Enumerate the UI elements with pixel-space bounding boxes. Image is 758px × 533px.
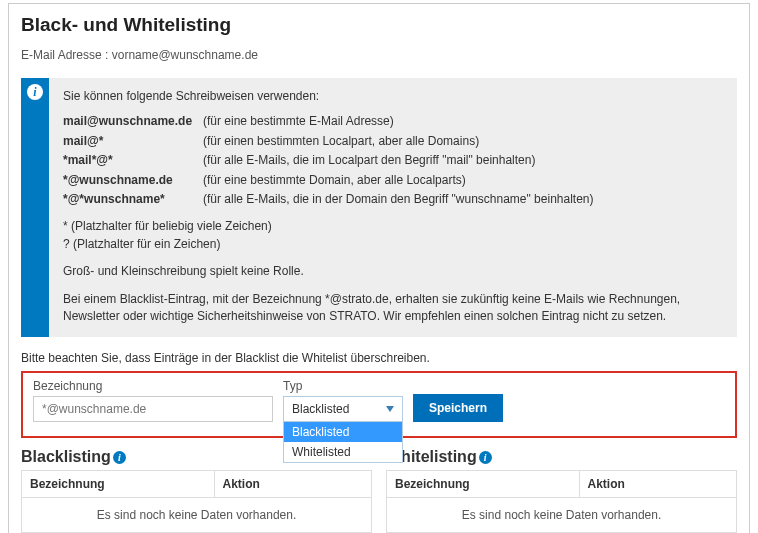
typ-select-display[interactable]: Blacklisted bbox=[283, 396, 403, 422]
typ-option-whitelisted[interactable]: Whitelisted bbox=[284, 442, 402, 462]
info-lead: Sie können folgende Schreibweisen verwen… bbox=[63, 88, 723, 105]
col-bezeichnung: Bezeichnung bbox=[22, 471, 215, 498]
bezeichnung-input[interactable] bbox=[33, 396, 273, 422]
blacklisting-title: Blacklisting bbox=[21, 448, 111, 466]
page-title: Black- und Whitelisting bbox=[21, 14, 737, 36]
email-label: E-Mail Adresse : bbox=[21, 48, 108, 62]
pattern-code: *mail*@* bbox=[63, 152, 203, 169]
info-paragraph: Groß- und Kleinschreibung spielt keine R… bbox=[63, 263, 723, 280]
pattern-code: mail@* bbox=[63, 133, 203, 150]
bezeichnung-field: Bezeichnung bbox=[33, 379, 273, 422]
pattern-list: mail@wunschname.de(für eine bestimmte E-… bbox=[63, 113, 723, 208]
bezeichnung-label: Bezeichnung bbox=[33, 379, 273, 393]
info-box: i Sie können folgende Schreibweisen verw… bbox=[21, 78, 737, 337]
email-value: vorname@wunschname.de bbox=[112, 48, 258, 62]
overwrite-note: Bitte beachten Sie, dass Einträge in der… bbox=[21, 351, 737, 365]
empty-message: Es sind noch keine Daten vorhanden. bbox=[22, 498, 372, 533]
pattern-row: *@wunschname.de(für eine bestimmte Domai… bbox=[63, 172, 723, 189]
info-icon: i bbox=[27, 84, 43, 100]
submit-field: Speichern bbox=[413, 394, 503, 422]
info-bar: i bbox=[21, 78, 49, 337]
pattern-desc: (für alle E-Mails, die im Localpart den … bbox=[203, 152, 535, 169]
typ-field: Typ Blacklisted Blacklisted Whitelisted bbox=[283, 379, 403, 422]
wildcard-note: ? (Platzhalter für ein Zeichen) bbox=[63, 236, 723, 253]
form-row: Bezeichnung Typ Blacklisted Blacklisted … bbox=[33, 379, 725, 422]
table-row: Es sind noch keine Daten vorhanden. bbox=[22, 498, 372, 533]
pattern-desc: (für einen bestimmten Localpart, aber al… bbox=[203, 133, 479, 150]
help-icon[interactable]: i bbox=[479, 451, 492, 464]
col-aktion: Aktion bbox=[214, 471, 372, 498]
help-icon[interactable]: i bbox=[113, 451, 126, 464]
whitelisting-heading: Whitelisting i bbox=[386, 448, 737, 466]
typ-option-blacklisted[interactable]: Blacklisted bbox=[284, 422, 402, 442]
pattern-code: *@wunschname.de bbox=[63, 172, 203, 189]
pattern-row: mail@wunschname.de(für eine bestimmte E-… bbox=[63, 113, 723, 130]
pattern-desc: (für eine bestimmte E-Mail Adresse) bbox=[203, 113, 394, 130]
typ-select[interactable]: Blacklisted Blacklisted Whitelisted bbox=[283, 396, 403, 422]
typ-label: Typ bbox=[283, 379, 403, 393]
pattern-row: mail@*(für einen bestimmten Localpart, a… bbox=[63, 133, 723, 150]
col-bezeichnung: Bezeichnung bbox=[387, 471, 580, 498]
col-aktion: Aktion bbox=[579, 471, 737, 498]
empty-message: Es sind noch keine Daten vorhanden. bbox=[387, 498, 737, 533]
save-button[interactable]: Speichern bbox=[413, 394, 503, 422]
info-paragraph: Bei einem Blacklist-Eintrag, mit der Bez… bbox=[63, 291, 723, 326]
chevron-down-icon bbox=[382, 397, 398, 421]
pattern-desc: (für eine bestimmte Domain, aber alle Lo… bbox=[203, 172, 466, 189]
pattern-row: *@*wunschname*(für alle E-Mails, die in … bbox=[63, 191, 723, 208]
blacklisting-table: Bezeichnung Aktion Es sind noch keine Da… bbox=[21, 470, 372, 533]
wildcard-notes: * (Platzhalter für beliebig viele Zeiche… bbox=[63, 218, 723, 253]
typ-selected-value: Blacklisted bbox=[292, 402, 349, 416]
wildcard-note: * (Platzhalter für beliebig viele Zeiche… bbox=[63, 218, 723, 235]
form-highlight: Bezeichnung Typ Blacklisted Blacklisted … bbox=[21, 371, 737, 438]
info-body: Sie können folgende Schreibweisen verwen… bbox=[49, 78, 737, 337]
typ-dropdown: Blacklisted Whitelisted bbox=[283, 422, 403, 463]
table-row: Es sind noch keine Daten vorhanden. bbox=[387, 498, 737, 533]
whitelisting-section: Whitelisting i Bezeichnung Aktion Es sin… bbox=[386, 448, 737, 533]
pattern-code: mail@wunschname.de bbox=[63, 113, 203, 130]
pattern-row: *mail*@*(für alle E-Mails, die im Localp… bbox=[63, 152, 723, 169]
whitelisting-table: Bezeichnung Aktion Es sind noch keine Da… bbox=[386, 470, 737, 533]
pattern-desc: (für alle E-Mails, die in der Domain den… bbox=[203, 191, 594, 208]
main-panel: Black- und Whitelisting E-Mail Adresse :… bbox=[8, 3, 750, 533]
pattern-code: *@*wunschname* bbox=[63, 191, 203, 208]
email-line: E-Mail Adresse : vorname@wunschname.de bbox=[21, 48, 737, 62]
